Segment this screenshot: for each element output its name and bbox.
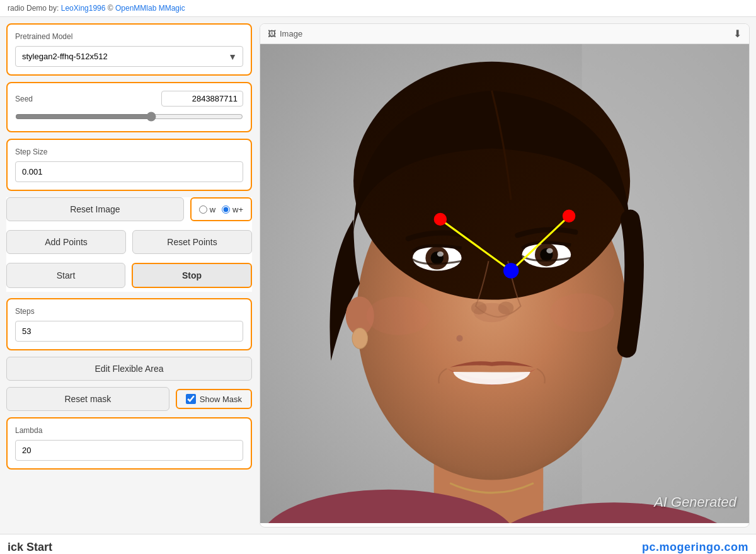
image-title-text: Image (280, 29, 302, 38)
topbar-text: radio Demo by: (8, 4, 61, 13)
point-red-left[interactable] (434, 213, 447, 226)
image-panel-title: 🖼 Image (268, 29, 302, 38)
face-svg (260, 44, 749, 523)
steps-input[interactable]: 53 (15, 321, 243, 342)
point-red-right[interactable] (563, 210, 575, 222)
steps-label: Steps (15, 307, 243, 316)
svg-point-14 (437, 251, 444, 257)
radio-wplus-option[interactable]: w+ (222, 205, 243, 214)
quick-start-label: ick Start (8, 541, 52, 554)
step-size-label: Step Size (15, 147, 243, 156)
lambda-panel: Lambda 20 (6, 417, 252, 470)
svg-point-20 (471, 302, 487, 315)
image-panel-header: 🖼 Image ⬇ (260, 24, 749, 44)
reset-image-button[interactable]: Reset Image (6, 197, 184, 221)
start-button[interactable]: Start (6, 263, 125, 288)
radio-w-input[interactable] (199, 205, 207, 214)
lambda-label: Lambda (15, 426, 243, 435)
edit-flexible-button[interactable]: Edit Flexible Area (6, 357, 252, 381)
radio-group: w w+ (190, 197, 252, 221)
mask-row: Reset mask Show Mask (6, 387, 252, 411)
bottom-bar: ick Start pc.mogeringo.com (0, 534, 756, 554)
step-size-panel: Step Size 0.001 (6, 139, 252, 191)
steps-panel: Steps 53 (6, 298, 252, 350)
start-stop-row: Start Stop (6, 263, 252, 288)
pretrained-model-select[interactable]: stylegan2-ffhq-512x512 stylegan2-ffhq-25… (15, 46, 243, 67)
svg-point-22 (366, 296, 430, 335)
svg-point-23 (549, 293, 614, 332)
pretrained-model-select-wrapper: stylegan2-ffhq-512x512 stylegan2-ffhq-25… (15, 46, 243, 67)
reset-points-button[interactable]: Reset Points (132, 230, 252, 254)
svg-point-21 (498, 302, 514, 315)
reset-mask-button[interactable]: Reset mask (6, 387, 169, 411)
seed-label: Seed (15, 95, 33, 103)
radio-wplus-input[interactable] (222, 205, 230, 214)
stop-button[interactable]: Stop (132, 263, 252, 288)
face-canvas[interactable]: AI Generated (260, 44, 749, 523)
svg-point-10 (352, 328, 368, 349)
radio-wplus-label: w+ (232, 205, 243, 214)
controls-group-1: Reset Image w w+ Add Points Reset Points (6, 197, 252, 292)
main-layout: Pretrained Model stylegan2-ffhq-512x512 … (0, 17, 756, 534)
svg-point-18 (546, 248, 553, 253)
seed-input[interactable]: 2843887711 (161, 91, 243, 107)
seed-row: Seed 2843887711 (15, 91, 243, 107)
image-panel: 🖼 Image ⬇ (260, 23, 750, 528)
show-mask-text: Show Mask (200, 395, 242, 404)
lambda-input[interactable]: 20 (15, 440, 243, 461)
radio-w-option[interactable]: w (199, 205, 215, 214)
author-link[interactable]: LeoXing1996 (61, 4, 106, 13)
image-icon: 🖼 (268, 29, 276, 38)
point-blue[interactable] (503, 263, 519, 279)
step-size-input[interactable]: 0.001 (15, 161, 243, 182)
seed-slider[interactable] (15, 112, 243, 122)
pretrained-model-label: Pretrained Model (15, 32, 243, 41)
points-row: Add Points Reset Points (6, 230, 252, 254)
org-link[interactable]: OpenMMlab MMagic (115, 4, 185, 13)
download-icon[interactable]: ⬇ (733, 28, 742, 40)
show-mask-label[interactable]: Show Mask (176, 389, 252, 409)
seed-panel: Seed 2843887711 (6, 82, 252, 132)
pretrained-model-panel: Pretrained Model stylegan2-ffhq-512x512 … (6, 23, 252, 76)
svg-point-24 (456, 335, 462, 342)
radio-w-label: w (210, 205, 215, 214)
top-bar: radio Demo by: LeoXing1996 © OpenMMlab M… (0, 0, 756, 17)
show-mask-checkbox[interactable] (186, 394, 196, 404)
branding-label: pc.mogeringo.com (642, 541, 748, 554)
topbar-copy: © (108, 4, 115, 13)
add-points-button[interactable]: Add Points (6, 230, 126, 254)
reset-radio-row: Reset Image w w+ (6, 197, 252, 221)
sidebar: Pretrained Model stylegan2-ffhq-512x512 … (6, 23, 252, 528)
